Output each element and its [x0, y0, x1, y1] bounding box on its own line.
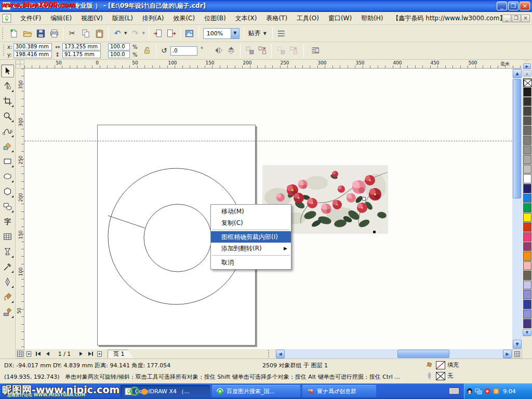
ruler-origin[interactable]	[16, 60, 24, 69]
minimize-button[interactable]: _	[497, 2, 507, 10]
scale-v-field[interactable]: 100.0	[108, 51, 130, 58]
rectangle-tool[interactable]	[1, 155, 14, 168]
color-swatch[interactable]	[523, 232, 531, 242]
color-swatch[interactable]	[523, 251, 531, 261]
horizontal-ruler[interactable]: 毫米 50050100150200250300350400450500	[24, 60, 522, 69]
last-page-button[interactable]	[86, 350, 95, 358]
palette-scroll-down-button[interactable]: ▼	[523, 329, 531, 336]
redo-button[interactable]: ↷	[128, 26, 142, 40]
undo-dropdown[interactable]: ▼	[124, 31, 127, 35]
mirror-vertical-button[interactable]	[225, 45, 237, 56]
context-menu-item[interactable]: 复制(C)	[211, 217, 291, 229]
scroll-left-button[interactable]: ◀	[276, 350, 285, 358]
propbar-grip[interactable]	[3, 45, 6, 56]
menu-item-12[interactable]: 【鑫宇条码 http://www.lw3000.com】	[388, 12, 511, 24]
copy-button[interactable]	[79, 26, 92, 40]
application-launcher-button[interactable]	[183, 26, 196, 40]
network-tray-icon[interactable]	[475, 388, 482, 395]
vertical-scroll-thumb[interactable]	[513, 79, 521, 198]
color-swatch[interactable]	[523, 300, 531, 309]
scale-h-field[interactable]: 100.0	[108, 43, 130, 50]
object-height-field[interactable]: 91.175 mm	[62, 51, 101, 58]
document-navigator-button[interactable]	[512, 349, 522, 358]
taskbar-button-2[interactable]: 寳ナ爲♂创意群	[302, 385, 376, 397]
object-width-field[interactable]: 173.255 mm	[62, 43, 101, 50]
zoom-tool[interactable]	[1, 110, 14, 123]
crop-tool[interactable]	[1, 95, 14, 108]
scroll-right-button[interactable]: ▶	[503, 350, 512, 358]
app-tray-icon[interactable]	[493, 388, 500, 395]
color-swatch[interactable]	[523, 136, 531, 145]
color-swatch[interactable]	[523, 174, 531, 183]
menu-item-6[interactable]: 位图(B)	[200, 12, 231, 24]
color-swatch[interactable]	[523, 194, 531, 203]
menu-item-10[interactable]: 窗口(W)	[324, 12, 356, 24]
color-swatch[interactable]	[523, 203, 531, 212]
doc-restore-button[interactable]: ❒	[512, 15, 521, 22]
color-swatch[interactable]	[523, 155, 531, 164]
zoom-level-combo[interactable]: 100% ▼	[203, 28, 240, 39]
color-swatch[interactable]	[523, 87, 531, 97]
menu-item-3[interactable]: 版面(L)	[108, 12, 138, 24]
color-swatch[interactable]	[523, 222, 531, 232]
object-x-field[interactable]: 300.389 mm	[14, 43, 52, 50]
next-page-button[interactable]	[76, 350, 85, 358]
security-tray-icon[interactable]	[484, 388, 491, 395]
radial-line[interactable]	[108, 216, 145, 228]
color-swatch[interactable]	[523, 310, 531, 319]
lock-ratio-button[interactable]	[141, 45, 153, 56]
color-swatch[interactable]	[523, 319, 531, 328]
group-button[interactable]	[244, 45, 256, 56]
color-swatch[interactable]	[523, 107, 531, 116]
vertical-scrollbar[interactable]: ▲ ▼	[512, 69, 522, 349]
color-swatch[interactable]	[523, 213, 531, 222]
color-swatch[interactable]	[523, 126, 531, 135]
taskbar-button-1[interactable]: 百度图片搜索_国...	[212, 385, 300, 397]
fill-swatch-none[interactable]	[436, 361, 445, 369]
add-page-button-left[interactable]	[24, 350, 33, 358]
color-swatch[interactable]	[523, 242, 531, 251]
color-swatch[interactable]	[523, 97, 531, 107]
snap-to-dropdown[interactable]: 贴齐 ▼	[246, 29, 270, 38]
selection-handle[interactable]	[373, 230, 376, 234]
first-page-button[interactable]	[34, 350, 43, 358]
menu-item-7[interactable]: 文本(X)	[231, 12, 262, 24]
inner-circle[interactable]	[144, 204, 211, 272]
tray-clock[interactable]: 9:04	[503, 388, 516, 395]
doc-minimize-button[interactable]: _	[502, 15, 511, 22]
color-swatch[interactable]	[523, 271, 531, 280]
menu-item-4[interactable]: 排列(A)	[138, 12, 169, 24]
shape-tool[interactable]	[1, 79, 14, 92]
scroll-down-button[interactable]: ▼	[513, 340, 522, 349]
title-bar[interactable]: CorelDRAW X4 （ 专业版 ） - [E:\09年设计\自己做的\扇子…	[0, 0, 532, 12]
open-button[interactable]	[20, 26, 34, 40]
text-tool[interactable]: 字	[1, 215, 14, 228]
context-menu-item[interactable]: 移动(M)	[211, 206, 291, 217]
selection-node-handle[interactable]	[362, 197, 366, 201]
text-wrap-button[interactable]	[310, 45, 321, 56]
redo-dropdown[interactable]: ▼	[142, 31, 144, 35]
horizontal-scroll-thumb[interactable]	[397, 350, 449, 358]
add-page-button-right[interactable]	[95, 350, 104, 358]
paste-button[interactable]	[92, 26, 106, 40]
menu-item-9[interactable]: 工具(O)	[292, 12, 324, 24]
tab-scrollbar-splitter[interactable]	[268, 350, 271, 357]
page-navigator-corner[interactable]	[16, 349, 24, 358]
scroll-up-button[interactable]: ▲	[513, 69, 522, 78]
smart-fill-tool[interactable]	[1, 140, 14, 153]
vertical-ruler[interactable]: 35030025020015010050	[16, 69, 24, 349]
toolbar-grip[interactable]	[2, 28, 5, 39]
menu-item-1[interactable]: 编辑(E)	[46, 12, 76, 24]
basic-shapes-tool[interactable]	[1, 200, 14, 213]
outline-pen-tool[interactable]	[1, 275, 14, 288]
menu-item-11[interactable]: 帮助(H)	[356, 12, 388, 24]
new-button[interactable]	[7, 26, 20, 40]
keyboard-layout-icon[interactable]	[449, 388, 459, 394]
import-button[interactable]	[151, 26, 165, 40]
menu-item-2[interactable]: 视图(V)	[76, 12, 108, 24]
context-menu-item[interactable]: 取消	[211, 257, 291, 268]
rotation-angle-field[interactable]: .0	[170, 46, 197, 56]
mirror-horizontal-button[interactable]	[213, 45, 224, 56]
ellipse-tool[interactable]	[1, 170, 14, 183]
pick-tool[interactable]	[1, 64, 14, 77]
